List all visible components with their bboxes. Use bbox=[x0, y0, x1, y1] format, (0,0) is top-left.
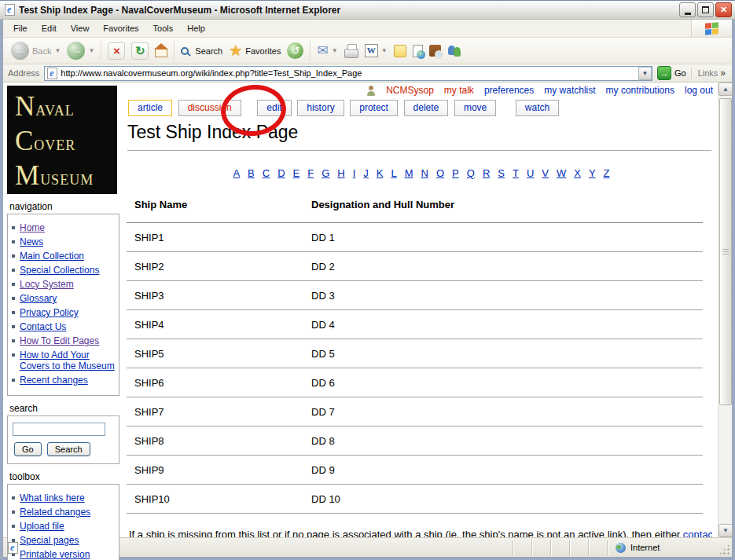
tab-edit[interactable]: edit bbox=[257, 100, 291, 116]
user-bar-link[interactable]: my watchlist bbox=[544, 85, 595, 96]
history-button[interactable]: ↺ bbox=[284, 42, 307, 59]
search-search-button[interactable]: Search bbox=[47, 442, 90, 456]
mail-dropdown-icon[interactable]: ▼ bbox=[332, 47, 338, 54]
edit-dropdown-icon[interactable]: ▼ bbox=[381, 47, 388, 54]
back-dropdown-icon[interactable]: ▼ bbox=[54, 47, 61, 54]
menu-item[interactable]: Favorites bbox=[96, 21, 145, 35]
alphabet-link[interactable]: R bbox=[483, 167, 490, 179]
refresh-button[interactable]: ↻ bbox=[128, 42, 152, 60]
go-button[interactable]: Go bbox=[657, 66, 686, 80]
alphabet-link[interactable]: X bbox=[574, 167, 581, 179]
tab-discussion[interactable]: discussion bbox=[178, 100, 241, 116]
user-bar-link[interactable]: log out bbox=[685, 85, 713, 96]
alphabet-link[interactable]: C bbox=[263, 167, 270, 179]
mail-button[interactable]: ✉ ▼ bbox=[314, 44, 340, 57]
vertical-scrollbar[interactable]: ▲ ▼ bbox=[718, 82, 732, 537]
alphabet-link[interactable]: D bbox=[277, 167, 285, 179]
menu-bar-right bbox=[691, 20, 732, 37]
alphabet-link[interactable]: K bbox=[377, 167, 384, 179]
research-button[interactable] bbox=[426, 45, 444, 57]
menu-item[interactable]: Help bbox=[180, 21, 212, 35]
user-bar-link[interactable]: preferences bbox=[484, 85, 534, 96]
menu-item[interactable]: View bbox=[64, 21, 97, 35]
stop-button[interactable]: × bbox=[105, 42, 128, 60]
alphabet-link[interactable]: Y bbox=[589, 167, 596, 179]
tab-article[interactable]: article bbox=[128, 100, 172, 116]
nav-link[interactable]: Special Collections bbox=[20, 265, 99, 276]
alphabet-link[interactable]: H bbox=[337, 167, 344, 179]
nav-link[interactable]: Contact Us bbox=[20, 321, 66, 332]
alphabet-link[interactable]: W bbox=[557, 167, 566, 179]
user-bar-link[interactable]: my contributions bbox=[606, 85, 674, 96]
messenger-page-button[interactable] bbox=[410, 45, 426, 57]
nav-link[interactable]: Privacy Policy bbox=[20, 307, 79, 318]
alphabet-link[interactable]: Z bbox=[604, 167, 610, 179]
nav-link[interactable]: Main Collection bbox=[20, 251, 84, 262]
nav-link[interactable]: News bbox=[20, 236, 43, 247]
alphabet-link[interactable]: P bbox=[452, 167, 459, 179]
menu-item[interactable]: Tools bbox=[146, 21, 181, 35]
toolbox-link[interactable]: Related changes bbox=[20, 507, 90, 518]
alphabet-link[interactable]: G bbox=[322, 167, 329, 179]
scroll-up-button[interactable]: ▲ bbox=[718, 82, 733, 96]
search-input[interactable] bbox=[13, 423, 105, 436]
links-toolbar[interactable]: Links bbox=[691, 68, 727, 79]
tab-protect[interactable]: protect bbox=[350, 100, 398, 116]
alphabet-link[interactable]: T bbox=[513, 167, 519, 179]
alphabet-link[interactable]: L bbox=[391, 167, 397, 179]
alphabet-link[interactable]: A bbox=[233, 167, 240, 179]
search-go-button[interactable]: Go bbox=[14, 442, 42, 456]
forward-dropdown-icon[interactable]: ▼ bbox=[88, 47, 94, 54]
alphabet-link[interactable]: U bbox=[527, 167, 534, 179]
discuss-button[interactable] bbox=[391, 45, 410, 57]
resize-grip[interactable] bbox=[718, 544, 730, 555]
tab-watch[interactable]: watch bbox=[516, 100, 559, 116]
contact-curator-link[interactable]: contact the Curator bbox=[683, 529, 712, 537]
user-bar-link[interactable]: NCMSysop bbox=[386, 85, 434, 96]
forward-button[interactable]: → ▼ bbox=[64, 42, 97, 60]
tab-history[interactable]: history bbox=[297, 100, 344, 116]
search-toolbar-button[interactable]: Search bbox=[178, 46, 226, 56]
scroll-down-button[interactable]: ▼ bbox=[718, 524, 733, 537]
minimize-button[interactable] bbox=[679, 2, 696, 17]
alphabet-link[interactable]: O bbox=[436, 167, 444, 179]
tab-delete[interactable]: delete bbox=[404, 100, 449, 116]
alphabet-link[interactable]: N bbox=[421, 167, 428, 179]
menu-item[interactable]: File bbox=[6, 21, 35, 35]
scrollbar-thumb[interactable] bbox=[719, 98, 732, 405]
alphabet-link[interactable]: B bbox=[248, 167, 255, 179]
alphabet-link[interactable]: S bbox=[498, 167, 505, 179]
nav-link[interactable]: Home bbox=[20, 222, 45, 233]
messenger-button[interactable] bbox=[444, 44, 466, 57]
chevron-icon[interactable] bbox=[720, 68, 726, 79]
toolbox-link[interactable]: Special pages bbox=[20, 535, 79, 546]
address-input[interactable]: http://www.navalcovermuseum.org/wiki/ind… bbox=[44, 66, 652, 81]
maximize-button[interactable] bbox=[697, 2, 714, 17]
print-button[interactable] bbox=[341, 44, 362, 58]
nav-link[interactable]: Locy System bbox=[20, 279, 74, 290]
address-dropdown-button[interactable]: ▼ bbox=[638, 67, 652, 80]
nav-link[interactable]: Recent changes bbox=[20, 375, 88, 386]
alphabet-link[interactable]: E bbox=[293, 167, 300, 179]
tab-move[interactable]: move bbox=[454, 100, 496, 116]
alphabet-link[interactable]: I bbox=[353, 167, 356, 179]
close-button[interactable]: ✕ bbox=[715, 2, 732, 17]
alphabet-link[interactable]: F bbox=[307, 167, 314, 179]
toolbox-link[interactable]: Printable version bbox=[20, 549, 90, 560]
nav-link[interactable]: Glossary bbox=[20, 293, 57, 304]
toolbox-link[interactable]: What links here bbox=[20, 492, 85, 503]
alphabet-link[interactable]: V bbox=[542, 167, 549, 179]
nav-link[interactable]: How to Add Your Covers to the Museum bbox=[20, 350, 115, 372]
back-button[interactable]: ← Back ▼ bbox=[8, 42, 64, 60]
edit-with-word-button[interactable]: ▼ bbox=[362, 44, 391, 57]
user-bar-link[interactable]: my talk bbox=[444, 85, 474, 96]
menu-item[interactable]: Edit bbox=[35, 21, 64, 35]
toolbox-link[interactable]: Upload file bbox=[20, 521, 64, 532]
home-button[interactable] bbox=[152, 44, 171, 57]
alphabet-link[interactable]: J bbox=[363, 167, 369, 179]
alphabet-link[interactable]: M bbox=[405, 167, 413, 179]
favorites-button[interactable]: ★ Favorites bbox=[226, 43, 284, 58]
site-logo[interactable]: Naval Cover Museum bbox=[7, 86, 117, 194]
alphabet-link[interactable]: Q bbox=[467, 167, 475, 179]
nav-link[interactable]: How To Edit Pages bbox=[20, 335, 99, 346]
